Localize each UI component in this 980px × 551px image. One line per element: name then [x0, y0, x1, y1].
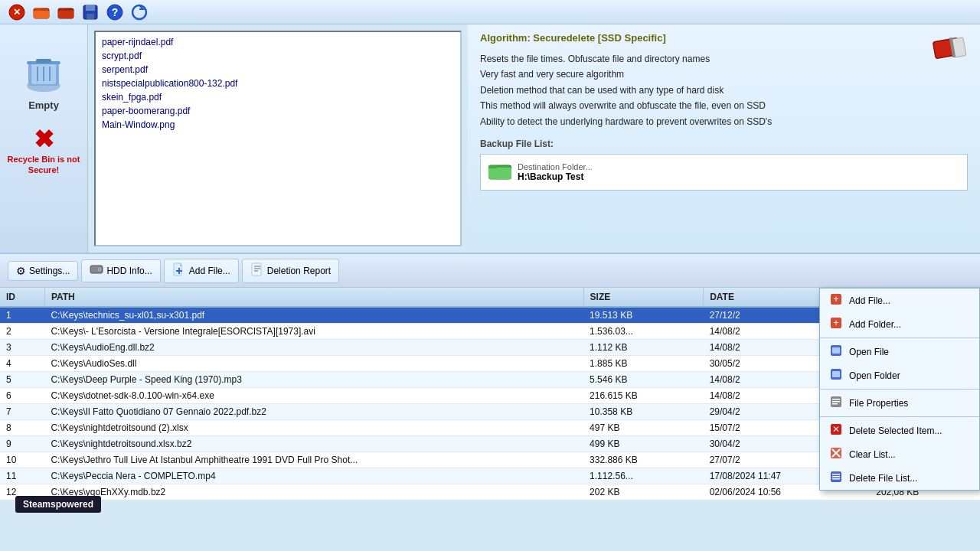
cell-id: 6 [0, 388, 44, 404]
context-menu-item-label: Delete Selected Item... [849, 425, 942, 436]
list-item[interactable]: Main-Window.png [99, 118, 457, 132]
context-menu-item-label: Open Folder [849, 370, 900, 381]
properties-icon [829, 396, 843, 410]
recycle-bin-icon [21, 47, 67, 93]
svg-rect-58 [832, 476, 840, 478]
delete-list-icon [829, 471, 843, 485]
context-menu-item-add-folder-icon[interactable]: +Add Folder... [820, 312, 979, 336]
cell-path: C:\Keys\Deep Purple - Speed King (1970).… [44, 372, 583, 388]
settings-label: Settings... [29, 266, 70, 276]
cell-path: C:\Keys\nightdetroitsound.xlsx.bz2 [44, 436, 583, 452]
settings-button[interactable]: ⚙ Settings... [8, 261, 78, 281]
list-item[interactable]: skein_fpga.pdf [99, 90, 457, 104]
save-button[interactable] [80, 2, 101, 23]
context-menu-item-add-file-icon[interactable]: +Add File... [820, 289, 979, 312]
backup-row[interactable]: Destination Folder... H:\Backup Test [480, 154, 968, 191]
open-folder-icon [829, 368, 843, 383]
svg-rect-59 [832, 478, 840, 480]
context-menu-item-clear-icon[interactable]: Clear List... [820, 442, 979, 466]
clear-icon [829, 447, 843, 461]
context-menu-item-delete-icon[interactable]: ✕Delete Selected Item... [820, 419, 979, 442]
delete-icon: ✕ [829, 423, 843, 438]
cell-path: C:\Keys\Il Fatto Quotidiano 07 Gennaio 2… [44, 404, 583, 420]
context-menu-separator [820, 389, 979, 390]
svg-rect-50 [832, 403, 838, 405]
cell-id: 11 [0, 468, 44, 484]
context-menu-item-properties-icon[interactable]: File Properties [820, 391, 979, 415]
svg-rect-57 [832, 474, 840, 475]
recycle-warning-text: Recycle Bin is not Secure! [0, 154, 87, 176]
hdd-info-button[interactable]: HDD Info... [81, 259, 160, 282]
cell-path: C:\Keys\Jethro Tull Live At Istanbul Amp… [44, 452, 583, 468]
list-item[interactable]: nistspecialpublication800-132.pdf [99, 77, 457, 90]
cell-path: C:\Keys\- L'Esorcista - Versione Integra… [44, 324, 583, 340]
stop-button[interactable]: ✕ [6, 2, 28, 23]
svg-rect-26 [488, 168, 511, 179]
file-list-panel[interactable]: paper-rijndael.pdfscrypt.pdfserpent.pdfn… [94, 31, 462, 246]
info-line: This method will always overwrite and ob… [480, 98, 968, 113]
backup-path: H:\Backup Test [518, 171, 593, 182]
add-file-icon: + [829, 293, 843, 308]
list-item[interactable]: serpent.pdf [99, 63, 457, 77]
hdd-icon [90, 263, 103, 279]
context-menu: +Add File...+Add Folder...Open FileOpen … [819, 288, 980, 491]
deletion-report-icon [250, 262, 264, 279]
svg-text:?: ? [112, 6, 119, 18]
add-file-button[interactable]: Add File... [164, 259, 239, 283]
context-menu-item-label: File Properties [849, 398, 908, 409]
x-icon: ✖ [34, 125, 54, 154]
list-item[interactable]: paper-boomerang.pdf [99, 104, 457, 118]
cell-size: 1.536.03... [583, 324, 704, 340]
context-menu-item-label: Clear List... [849, 449, 896, 460]
recycle-warning: ✖ Recycle Bin is not Secure! [0, 125, 87, 176]
open-folder-button[interactable] [31, 2, 52, 23]
svg-rect-27 [488, 165, 498, 168]
svg-rect-49 [832, 401, 840, 403]
context-menu-item-open-file-icon[interactable]: Open File [820, 340, 979, 364]
list-item[interactable]: paper-rijndael.pdf [99, 35, 457, 49]
info-line: Resets the file times. Obfuscate file an… [480, 51, 968, 67]
cell-size: 10.358 KB [583, 404, 704, 420]
info-line: Ability to detect the underlying hardwar… [480, 114, 968, 129]
context-menu-item-label: Add File... [849, 295, 890, 306]
open-folder-red-button[interactable] [55, 2, 77, 23]
cell-id: 10 [0, 452, 44, 468]
eraser-icon [931, 31, 968, 70]
svg-text:+: + [833, 318, 838, 328]
svg-rect-7 [59, 8, 65, 11]
action-bar: ⚙ Settings... HDD Info... Add File... De… [0, 254, 980, 288]
file-list[interactable]: paper-rijndael.pdfscrypt.pdfserpent.pdfn… [96, 32, 460, 135]
svg-rect-9 [86, 5, 95, 11]
cell-id: 9 [0, 436, 44, 452]
list-item[interactable]: scrypt.pdf [99, 49, 457, 63]
cell-path: C:\Keys\yqoEhXXy.mdb.bz2 [44, 484, 583, 500]
col-size[interactable]: SIZE [583, 288, 704, 307]
settings-icon: ⚙ [16, 265, 26, 277]
cell-path: C:\Keys\AudioSes.dll [44, 356, 583, 372]
cell-size: 499 KB [583, 436, 704, 452]
info-panel: Algorithm: Securedelete [SSD Specific] R… [468, 24, 980, 253]
context-menu-item-delete-list-icon[interactable]: Delete File List... [820, 466, 979, 490]
cell-path: C:\Keys\AudioEng.dll.bz2 [44, 340, 583, 356]
col-id[interactable]: ID [0, 288, 44, 307]
cell-size: 332.886 KB [583, 452, 704, 468]
cell-path: C:\Keys\Peccia Nera - COMPLETO.mp4 [44, 468, 583, 484]
svg-rect-18 [36, 59, 51, 63]
cell-id: 1 [0, 307, 44, 324]
col-path[interactable]: PATH [44, 288, 583, 307]
context-menu-separator [820, 337, 979, 338]
backup-content: Destination Folder... H:\Backup Test [518, 162, 593, 182]
add-file-icon [172, 262, 186, 279]
deletion-report-button[interactable]: Deletion Report [242, 259, 339, 283]
cell-id: 2 [0, 324, 44, 340]
top-section: Empty ✖ Recycle Bin is not Secure! paper… [0, 24, 980, 254]
cell-id: 8 [0, 420, 44, 436]
svg-rect-44 [832, 347, 840, 354]
cell-id: 3 [0, 340, 44, 356]
left-panel: Empty ✖ Recycle Bin is not Secure! [0, 24, 88, 253]
refresh-button[interactable] [129, 2, 150, 23]
context-menu-item-label: Delete File List... [849, 473, 917, 484]
cell-id: 4 [0, 356, 44, 372]
context-menu-item-open-folder-icon[interactable]: Open Folder [820, 364, 979, 387]
help-button[interactable]: ? [104, 2, 126, 23]
